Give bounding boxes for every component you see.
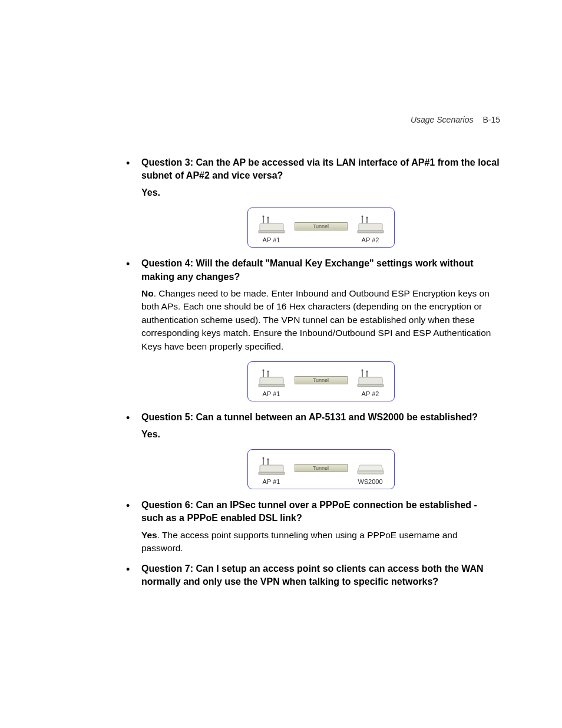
- svg-rect-5: [259, 230, 285, 233]
- svg-point-13: [262, 370, 264, 371]
- svg-point-27: [267, 459, 269, 460]
- question-text: Question 7: Can I setup an access point …: [141, 562, 500, 589]
- answer-rest: . The access point supports tunneling wh…: [141, 530, 458, 553]
- answer-lead: No: [141, 288, 154, 298]
- qa-item: Question 3: Can the AP be accessed via i…: [124, 156, 500, 248]
- tunnel-diagram: AP #1 Tunnel AP: [247, 207, 395, 248]
- header-page-number: B-15: [482, 115, 500, 124]
- svg-point-19: [361, 370, 363, 371]
- switch-device-icon: [356, 457, 385, 477]
- answer-rest: . Changes need to be made. Enter Inbound…: [141, 288, 491, 351]
- answer-lead: Yes: [141, 530, 157, 540]
- tunnel-label: Tunnel: [295, 464, 348, 472]
- svg-rect-29: [259, 472, 285, 475]
- svg-point-1: [262, 216, 264, 218]
- tunnel-diagram: AP #1 Tunnel WS2000: [247, 449, 395, 489]
- access-point-icon: [257, 369, 286, 389]
- tunnel-connector: Tunnel: [290, 376, 352, 384]
- device-left: AP #1: [257, 215, 286, 243]
- svg-point-7: [361, 216, 363, 218]
- qa-list: Question 3: Can the AP be accessed via i…: [124, 156, 500, 589]
- access-point-icon: [356, 369, 385, 389]
- answer-body: Yes. The access point supports tunneling…: [141, 529, 500, 555]
- tunnel-label: Tunnel: [295, 376, 348, 384]
- tunnel-label: Tunnel: [295, 222, 348, 230]
- svg-point-25: [262, 457, 264, 459]
- svg-point-21: [366, 371, 368, 373]
- svg-point-9: [366, 217, 368, 219]
- device-label: WS2000: [358, 478, 382, 485]
- qa-item: Question 5: Can a tunnel between an AP-5…: [124, 411, 500, 489]
- svg-rect-23: [358, 384, 384, 387]
- device-label: AP #2: [362, 236, 379, 243]
- question-text: Question 3: Can the AP be accessed via i…: [141, 156, 500, 183]
- svg-rect-11: [358, 230, 384, 233]
- svg-rect-17: [259, 384, 285, 387]
- qa-item: Question 4: Will the default "Manual Key…: [124, 257, 500, 401]
- qa-item: Question 7: Can I setup an access point …: [124, 562, 500, 589]
- access-point-icon: [356, 215, 385, 235]
- question-text: Question 5: Can a tunnel between an AP-5…: [141, 411, 500, 424]
- question-text: Question 4: Will the default "Manual Key…: [141, 257, 500, 284]
- svg-rect-30: [358, 471, 384, 474]
- device-left: AP #1: [257, 457, 286, 485]
- access-point-icon: [257, 215, 286, 235]
- tunnel-connector: Tunnel: [290, 464, 352, 472]
- device-label: AP #1: [263, 236, 280, 243]
- device-label: AP #2: [362, 390, 379, 397]
- page-header: Usage Scenarios B-15: [411, 115, 500, 124]
- device-label: AP #1: [263, 390, 280, 397]
- device-left: AP #1: [257, 369, 286, 397]
- device-label: AP #1: [263, 478, 280, 485]
- question-text: Question 6: Can an IPSec tunnel over a P…: [141, 499, 500, 525]
- answer-body: No. Changes need to be made. Enter Inbou…: [141, 287, 500, 353]
- answer-short: Yes.: [141, 428, 500, 441]
- header-section-title: Usage Scenarios: [411, 115, 474, 124]
- device-right: WS2000: [356, 457, 385, 485]
- tunnel-connector: Tunnel: [290, 222, 352, 230]
- device-right: AP #2: [356, 369, 385, 397]
- answer-short: Yes.: [141, 186, 500, 199]
- access-point-icon: [257, 457, 286, 477]
- tunnel-diagram: AP #1 Tunnel AP: [247, 361, 395, 401]
- device-right: AP #2: [356, 215, 385, 243]
- svg-point-15: [267, 371, 269, 373]
- svg-point-3: [267, 217, 269, 219]
- qa-item: Question 6: Can an IPSec tunnel over a P…: [124, 499, 500, 555]
